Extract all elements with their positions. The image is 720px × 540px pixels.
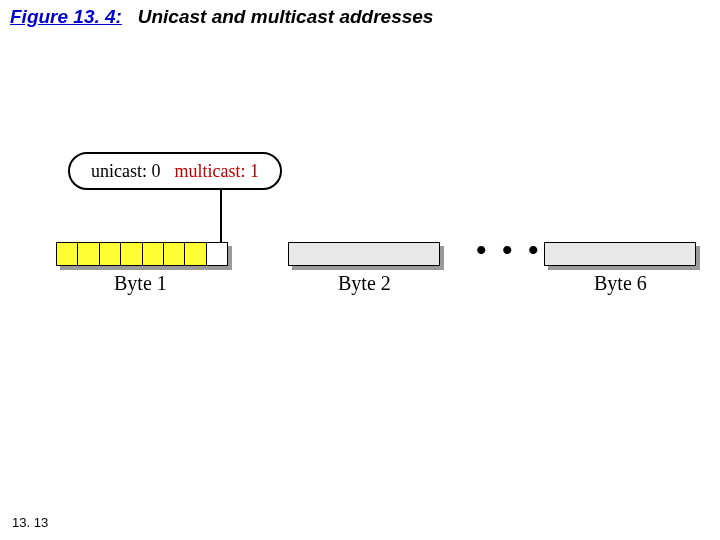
bit-cell (78, 243, 99, 265)
unicast-label: unicast: 0 (91, 161, 161, 182)
bit-cell (164, 243, 185, 265)
figure-title: Figure 13. 4: Unicast and multicast addr… (10, 6, 433, 28)
figure-number: Figure 13. 4: (10, 6, 122, 27)
ellipsis: • • • (476, 233, 543, 267)
bit-cell (100, 243, 121, 265)
bit-cell (143, 243, 164, 265)
bit-cell (121, 243, 142, 265)
multicast-label: multicast: 1 (175, 161, 260, 182)
figure-caption: Unicast and multicast addresses (138, 6, 434, 27)
bit-cell (57, 243, 78, 265)
byte1-box (56, 242, 228, 266)
page-number: 13. 13 (12, 515, 48, 530)
byte6-label: Byte 6 (594, 272, 647, 295)
byte2-box (288, 242, 440, 266)
address-type-bubble: unicast: 0 multicast: 1 (68, 152, 282, 190)
bit-cell (185, 243, 206, 265)
byte1-label: Byte 1 (114, 272, 167, 295)
byte6-box (544, 242, 696, 266)
byte2-label: Byte 2 (338, 272, 391, 295)
bit-cell-flag (207, 243, 227, 265)
